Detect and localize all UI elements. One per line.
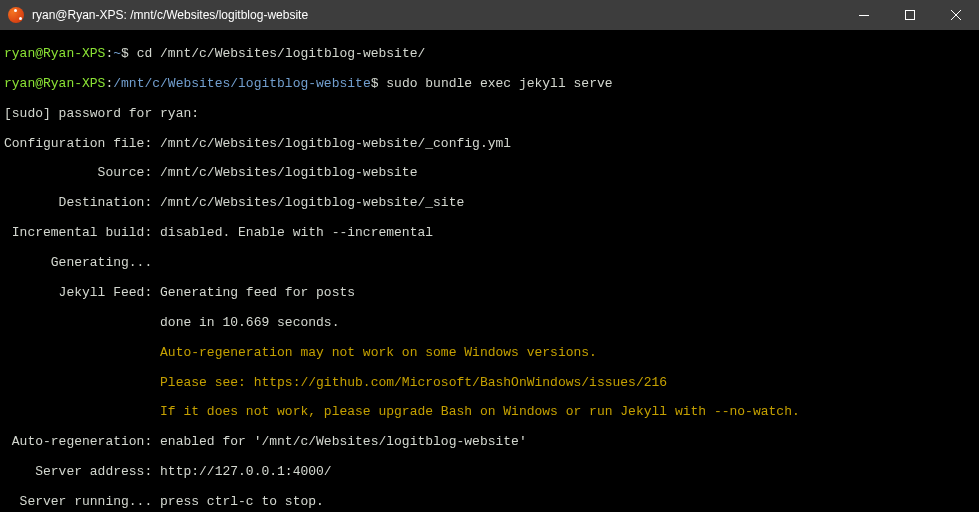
maximize-button[interactable] — [887, 0, 933, 30]
output-autoregen: Auto-regeneration: enabled for '/mnt/c/W… — [4, 435, 975, 450]
window-title: ryan@Ryan-XPS: /mnt/c/Websites/logitblog… — [32, 8, 841, 22]
output-generating: Generating... — [4, 256, 975, 271]
svg-rect-0 — [859, 15, 869, 16]
titlebar[interactable]: ryan@Ryan-XPS: /mnt/c/Websites/logitblog… — [0, 0, 979, 30]
command-text: cd /mnt/c/Websites/logitblog-website/ — [137, 46, 426, 61]
prompt-path: /mnt/c/Websites/logitblog-website — [113, 76, 370, 91]
terminal-window: ryan@Ryan-XPS: /mnt/c/Websites/logitblog… — [0, 0, 979, 512]
minimize-icon — [859, 15, 869, 16]
window-controls — [841, 0, 979, 30]
prompt-line-1: ryan@Ryan-XPS:~$ cd /mnt/c/Websites/logi… — [4, 47, 975, 62]
output-warning-3: If it does not work, please upgrade Bash… — [4, 405, 975, 420]
output-sudo: [sudo] password for ryan: — [4, 107, 975, 122]
output-incremental: Incremental build: disabled. Enable with… — [4, 226, 975, 241]
maximize-icon — [905, 10, 915, 20]
prompt-dollar: $ — [371, 76, 387, 91]
output-destination: Destination: /mnt/c/Websites/logitblog-w… — [4, 196, 975, 211]
minimize-button[interactable] — [841, 0, 887, 30]
command-text: sudo bundle exec jekyll serve — [386, 76, 612, 91]
close-button[interactable] — [933, 0, 979, 30]
output-done: done in 10.669 seconds. — [4, 316, 975, 331]
prompt-dollar: $ — [121, 46, 137, 61]
prompt-userhost: ryan@Ryan-XPS — [4, 46, 105, 61]
output-running: Server running... press ctrl-c to stop. — [4, 495, 975, 510]
prompt-userhost: ryan@Ryan-XPS — [4, 76, 105, 91]
prompt-line-2: ryan@Ryan-XPS:/mnt/c/Websites/logitblog-… — [4, 77, 975, 92]
terminal-body[interactable]: ryan@Ryan-XPS:~$ cd /mnt/c/Websites/logi… — [0, 30, 979, 512]
prompt-tilde: ~ — [113, 46, 121, 61]
ubuntu-icon — [8, 7, 24, 23]
close-icon — [951, 10, 961, 20]
output-feed: Jekyll Feed: Generating feed for posts — [4, 286, 975, 301]
output-warning-2: Please see: https://github.com/Microsoft… — [4, 376, 975, 391]
output-address: Server address: http://127.0.0.1:4000/ — [4, 465, 975, 480]
output-warning-1: Auto-regeneration may not work on some W… — [4, 346, 975, 361]
output-config: Configuration file: /mnt/c/Websites/logi… — [4, 137, 975, 152]
svg-rect-1 — [906, 11, 915, 20]
output-source: Source: /mnt/c/Websites/logitblog-websit… — [4, 166, 975, 181]
